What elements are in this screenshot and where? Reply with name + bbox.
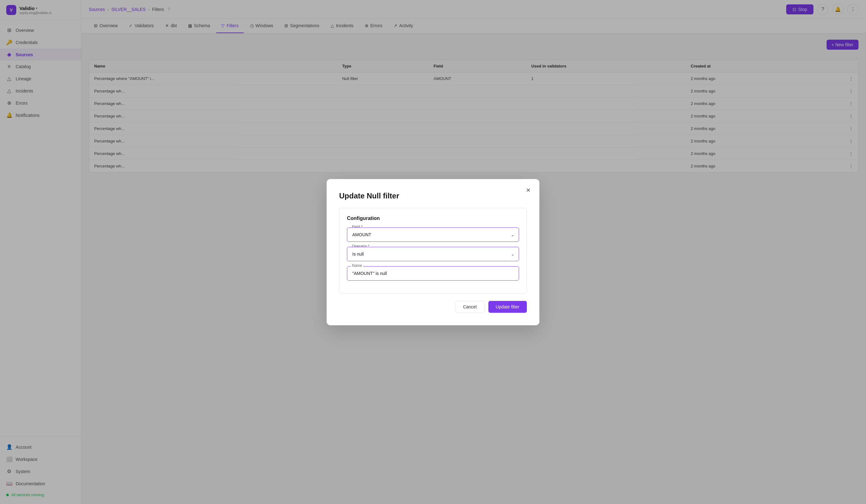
- operator-select[interactable]: Is null: [347, 247, 519, 261]
- update-filter-button[interactable]: Update filter: [488, 301, 527, 313]
- modal-close-button[interactable]: ✕: [523, 185, 533, 195]
- modal-title: Update Null filter: [339, 192, 527, 200]
- field-select-wrapper: AMOUNT ⌄: [347, 228, 519, 242]
- config-section: Configuration Field * AMOUNT ⌄ Operator …: [339, 208, 527, 294]
- name-input[interactable]: [347, 266, 519, 280]
- field-select[interactable]: AMOUNT: [347, 228, 519, 242]
- operator-select-wrapper: Is null ⌄: [347, 247, 519, 261]
- modal-actions: Cancel Update filter: [339, 301, 527, 313]
- operator-group: Operator * Is null ⌄: [347, 247, 519, 261]
- modal-overlay[interactable]: ✕ Update Null filter Configuration Field…: [0, 0, 866, 504]
- config-section-title: Configuration: [347, 216, 519, 221]
- field-group: Field * AMOUNT ⌄: [347, 228, 519, 242]
- name-group: Name: [347, 266, 519, 280]
- cancel-button[interactable]: Cancel: [455, 301, 485, 313]
- update-null-filter-modal: ✕ Update Null filter Configuration Field…: [326, 179, 540, 325]
- name-label: Name: [351, 263, 363, 268]
